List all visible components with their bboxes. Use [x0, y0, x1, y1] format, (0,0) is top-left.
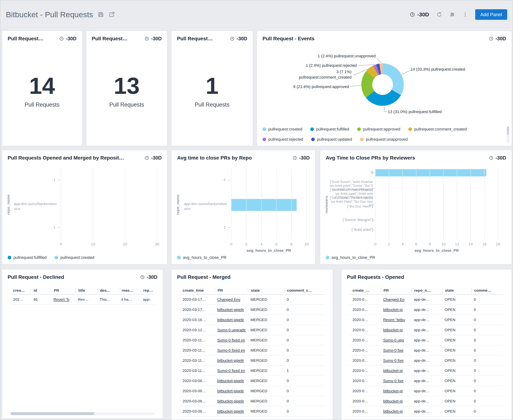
column-header[interactable]: create_…	[350, 288, 381, 293]
column-header[interactable]: state	[248, 288, 284, 293]
column-header[interactable]: id	[31, 288, 51, 293]
table-row[interactable]: 2020-03-06…bitbucket-pipelirMERGED0	[180, 406, 325, 417]
legend-item[interactable]: pullrequest:unapproved	[360, 137, 408, 142]
table-row[interactable]: 2020-0…bitbucket-piapp-de…OPEN0	[350, 305, 504, 315]
pr-link[interactable]: bitbucket-pi	[381, 389, 411, 393]
pr-link[interactable]: Sumo-0 upgrade	[215, 328, 248, 332]
filter-icon[interactable]	[449, 12, 455, 17]
pr-link[interactable]: Sumo-0 upg	[381, 338, 411, 342]
time-range-control[interactable]: -30D	[410, 11, 429, 18]
table-row[interactable]: 2020-03-17…Changed EnvMERGED0	[180, 295, 325, 305]
table-row[interactable]: 2020-03-12…Sumo-0 upgradeMERGED0	[180, 325, 325, 335]
kebab-menu-icon[interactable]	[462, 12, 468, 17]
table-row[interactable]: 2020-03-11…bitbucket-pipelirMERGED0	[180, 356, 325, 366]
column-header[interactable]: crea…	[11, 288, 31, 293]
table-row[interactable]: 2020-03-11…Sumo-0 fixed enMERGED1	[180, 366, 325, 376]
panel-title[interactable]: Pull Request…	[92, 36, 128, 42]
table-row[interactable]: 2020-03-11…Sumo-0 fixed enMERGED0	[180, 335, 325, 345]
pr-link[interactable]: bitbucket-pipelir	[215, 318, 248, 322]
pr-link[interactable]: bitbucket-pipelir	[215, 308, 248, 312]
column-header[interactable]: create_time	[180, 288, 215, 293]
pr-link[interactable]: bitbucket-pi	[381, 399, 411, 403]
table-row[interactable]: 2020-0…Changed Enapp-de…OPEN0	[350, 295, 504, 305]
table-row[interactable]: 2020-03-16…bitbucket-pipelirMERGED0	[180, 315, 325, 325]
table-row[interactable]: 2020-03-06…bitbucket-pipelirMERGED0	[180, 396, 325, 406]
pr-link[interactable]: Revert "bitbu	[381, 318, 411, 322]
legend-item[interactable]: pullrequest:approved	[357, 127, 400, 132]
pr-link[interactable]: Sumo-0 fixe	[381, 358, 411, 363]
table-row[interactable]: 2020-0…Sumo-0 fixeapp-de…OPEN0	[350, 345, 504, 356]
legend-item[interactable]: avg_hours_to_close_PR	[177, 255, 227, 260]
refresh-icon[interactable]	[436, 12, 442, 17]
table-row[interactable]: 2020-0…bitbucket-piapp-de…OPEN0	[350, 325, 504, 335]
legend-scrollbar[interactable]	[507, 126, 509, 143]
panel-time-range[interactable]: -30D	[140, 274, 157, 280]
horizontal-scrollbar-thumb[interactable]	[11, 412, 94, 415]
panel-title[interactable]: Avg time to close PRs by Repo	[177, 155, 252, 161]
panel-time-range[interactable]: -30D	[59, 36, 77, 42]
column-header[interactable]: PR	[51, 288, 75, 293]
table-row[interactable]: 2020-0…Sumo-0 upgapp-de…OPEN0	[350, 335, 504, 345]
column-header[interactable]: comment_c…	[284, 288, 325, 293]
pr-link[interactable]: Sumo-0 fixe	[381, 379, 411, 383]
panel-title[interactable]: Pull Request - Events	[262, 36, 314, 42]
panel-title[interactable]: Pull Requests - Opened	[347, 274, 404, 280]
save-icon[interactable]	[98, 11, 104, 18]
avg-hours-bar[interactable]	[375, 169, 486, 176]
panel-time-range[interactable]: -30D	[489, 155, 506, 161]
table-row[interactable]: 2020-0…bitbucket-piapp-de…OPEN0	[350, 406, 504, 417]
column-header[interactable]: comme…	[471, 288, 504, 293]
panel-title[interactable]: Pull Requests Opened and Merged by Repos…	[8, 155, 124, 161]
column-header[interactable]: PR	[381, 288, 411, 293]
legend-item[interactable]: pullrequest:fulfilled	[310, 127, 349, 132]
table-row[interactable]: 202…46Revert "bRev…This…it ha…app-	[11, 295, 155, 305]
table-row[interactable]: 2020-03-17…bitbucket-pipelirMERGED0	[180, 305, 325, 315]
column-header[interactable]: reas…	[119, 288, 140, 293]
pr-link[interactable]: bitbucket-pipelir	[215, 358, 248, 363]
legend-item[interactable]: pullrequest:updated	[311, 137, 352, 142]
table-row[interactable]: 2020-0…Sumo-0 fixeapp-de…OPEN0	[350, 356, 504, 366]
panel-title[interactable]: Pull Request - Declined	[8, 274, 64, 280]
table-row[interactable]: 2020-0…bitbucket-piapp-de…OPEN0	[350, 386, 504, 396]
panel-time-range[interactable]: -30D	[230, 36, 247, 42]
panel-title[interactable]: Pull Request - Merged	[177, 274, 230, 280]
legend-item[interactable]: pullrequest:created	[262, 127, 302, 132]
table-row[interactable]: 2020-03-11…Sumo-0 fixed enMERGED0	[180, 345, 325, 356]
pr-link[interactable]: bitbucket-pi	[381, 368, 411, 373]
column-header[interactable]: title	[75, 288, 97, 293]
column-header[interactable]: PR	[215, 288, 248, 293]
table-row[interactable]: 2020-0…bitbucket-piapp-de…OPEN0	[350, 366, 504, 376]
column-header[interactable]: rep…	[140, 288, 155, 293]
table-row[interactable]: 2020-0…Sumo-0 fixeapp-de…OPEN0	[350, 376, 504, 386]
panel-title[interactable]: Avg Time to Close PRs by Reviewers	[326, 155, 415, 161]
pr-link[interactable]: Changed Env	[215, 297, 248, 302]
legend-item[interactable]: pullrequest:fulfilled	[8, 255, 46, 260]
export-icon[interactable]	[109, 11, 115, 18]
pr-link[interactable]: Sumo-0 fixed en	[215, 338, 248, 342]
panel-title[interactable]: Pull Request…	[8, 36, 44, 42]
pr-link[interactable]: Sumo-0 fixed en	[215, 348, 248, 352]
pr-link[interactable]: bitbucket-pi	[381, 308, 411, 312]
table-row[interactable]: 2020-0…Revert "bitbuapp-de…OPEN0	[350, 315, 504, 325]
panel-time-range[interactable]: -30D	[145, 36, 162, 42]
column-header[interactable]: repo_n…	[411, 288, 442, 293]
panel-time-range[interactable]: -30D	[292, 155, 310, 161]
avg-hours-bar[interactable]	[231, 199, 297, 211]
table-row[interactable]: 2020-0…bitbucket-piapp-de…OPEN0	[350, 396, 504, 406]
pr-link[interactable]: bitbucket-pipelir	[215, 409, 248, 413]
pr-link[interactable]: Sumo-0 fixe	[381, 348, 411, 352]
table-row[interactable]: 2020-03-06…bitbucket-pipelirMERGED0	[180, 376, 325, 386]
panel-time-range[interactable]: -30D	[145, 155, 162, 161]
pr-link[interactable]: bitbucket-pipelir	[215, 399, 248, 403]
legend-item[interactable]: pullrequest:created	[54, 255, 94, 260]
legend-item[interactable]: pullrequest:rejected	[262, 137, 303, 142]
legend-scrollbar-thumb[interactable]	[507, 126, 509, 135]
column-header[interactable]: des…	[97, 288, 119, 293]
legend-item[interactable]: pullrequest:comment_created	[408, 127, 467, 132]
pr-link[interactable]: bitbucket-pipelir	[215, 389, 248, 393]
pr-link[interactable]: bitbucket-pipelir	[215, 379, 248, 383]
pr-link[interactable]: bitbucket-pi	[381, 328, 411, 332]
add-panel-button[interactable]: Add Panel	[475, 9, 507, 20]
pr-link[interactable]: Revert "b	[51, 297, 75, 302]
horizontal-scrollbar[interactable]	[11, 412, 155, 415]
